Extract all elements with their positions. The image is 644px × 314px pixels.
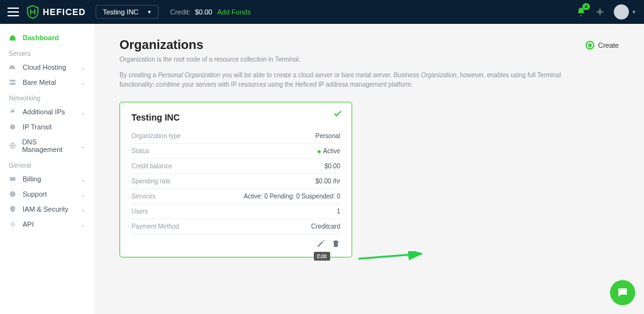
org-selector-label: Testing INC: [103, 8, 138, 16]
row-spending: Spending rate$0.00 /hr: [131, 174, 340, 189]
sidebar-item-additional-ips[interactable]: Additional IPs ⌄: [0, 104, 94, 119]
sidebar-item-label: API: [23, 220, 34, 228]
svg-point-2: [10, 124, 15, 129]
credit-display: Credit: $0.00: [170, 8, 212, 16]
help-icon: [9, 190, 18, 198]
annotation-arrow-icon: [358, 251, 428, 264]
sidebar-section-networking: Networking: [0, 90, 94, 104]
sidebar-item-label: Additional IPs: [23, 108, 65, 116]
brand-text: HEFICED: [43, 7, 86, 17]
create-label: Create: [598, 41, 619, 49]
menu-toggle-icon[interactable]: [8, 8, 19, 16]
chevron-down-icon: ▼: [147, 9, 152, 15]
svg-line-6: [358, 254, 421, 259]
brand-logo[interactable]: HEFICED: [26, 5, 86, 19]
add-funds-link[interactable]: Add Funds: [217, 8, 250, 16]
sidebar-item-billing[interactable]: Billing ⌄: [0, 171, 94, 187]
card-icon: [9, 175, 18, 183]
trash-icon: [331, 239, 340, 248]
sidebar-item-label: IAM & Security: [23, 205, 69, 213]
delete-button[interactable]: [331, 239, 340, 248]
page-title: Organizations: [119, 38, 203, 52]
plus-circle-icon: [586, 41, 594, 50]
main-content: Organizations Create Organization is the…: [94, 24, 644, 314]
sidebar-item-dns[interactable]: DNS Management ⌄: [0, 134, 94, 157]
sidebar-item-bare-metal[interactable]: Bare Metal ⌄: [0, 75, 94, 90]
svg-rect-4: [10, 177, 16, 181]
sidebar-item-label: IP Transit: [23, 123, 52, 131]
row-credit: Credit balance$0.00: [131, 159, 340, 174]
chevron-down-icon: ⌄: [80, 191, 86, 198]
edit-tooltip: Edit: [314, 252, 330, 261]
sidebar-item-support[interactable]: Support ⌄: [0, 187, 94, 202]
sidebar-item-label: Dashboard: [23, 34, 58, 41]
chat-fab[interactable]: [610, 280, 635, 305]
home-icon: [9, 34, 18, 41]
sidebar-item-label: Bare Metal: [23, 78, 56, 86]
edit-button[interactable]: Edit: [316, 239, 325, 248]
sidebar-item-dashboard[interactable]: Dashboard: [0, 30, 94, 45]
server-icon: [9, 78, 18, 86]
sidebar-item-label: Billing: [23, 175, 41, 183]
sidebar-item-label: Cloud Hosting: [23, 63, 66, 71]
transit-icon: [9, 123, 18, 131]
shield-icon: [26, 5, 39, 19]
notification-badge: 4: [582, 3, 590, 10]
sidebar-item-ip-transit[interactable]: IP Transit: [0, 119, 94, 134]
sidebar-item-api[interactable]: API ⌄: [0, 217, 94, 232]
sidebar-section-general: General: [0, 157, 94, 171]
check-icon: [333, 109, 343, 119]
row-services: ServicesActive: 0 Pending: 0 Suspended: …: [131, 189, 340, 204]
sidebar-item-iam[interactable]: IAM & Security ⌄: [0, 202, 94, 217]
sidebar-item-cloud-hosting[interactable]: Cloud Hosting ⌄: [0, 60, 94, 75]
org-name: Testing INC: [131, 112, 340, 122]
status-dot-icon: [318, 150, 321, 153]
sidebar-item-label: DNS Management: [22, 138, 75, 153]
user-menu[interactable]: ▼: [614, 4, 636, 19]
chevron-down-icon: ⌄: [80, 143, 86, 149]
chevron-down-icon: ⌄: [80, 79, 86, 86]
sidebar-section-servers: Servers: [0, 45, 94, 60]
credit-amount: $0.00: [195, 8, 213, 16]
ip-icon: [9, 108, 18, 116]
credit-label: Credit:: [170, 8, 190, 16]
notifications-button[interactable]: 4: [576, 7, 586, 17]
organization-card: Testing INC Organization typePersonal St…: [119, 102, 352, 257]
chevron-down-icon: ⌄: [80, 176, 86, 183]
chevron-down-icon: ⌄: [80, 64, 86, 71]
org-selector[interactable]: Testing INC ▼: [96, 5, 158, 19]
sidebar: Dashboard Servers Cloud Hosting ⌄ Bare M…: [0, 24, 94, 314]
shield-icon: [9, 205, 18, 213]
pencil-icon: [316, 239, 325, 248]
cloud-icon: [9, 63, 18, 71]
row-payment: Payment MethodCreditcard: [131, 219, 340, 234]
chevron-down-icon: ⌄: [80, 206, 86, 213]
chevron-down-icon: ⌄: [80, 109, 86, 116]
chevron-down-icon: ▼: [631, 9, 636, 15]
row-users: Users1: [131, 204, 340, 219]
svg-point-5: [10, 192, 16, 197]
page-subtitle: Organization is the root node of a resou…: [119, 56, 619, 63]
chat-icon: [616, 286, 629, 299]
row-status: StatusActive: [131, 144, 340, 159]
avatar: [614, 4, 629, 19]
create-button[interactable]: Create: [586, 41, 619, 50]
dns-icon: [9, 142, 17, 149]
row-org-type: Organization typePersonal: [131, 129, 340, 144]
api-icon: [9, 220, 18, 228]
chevron-down-icon: ⌄: [80, 221, 86, 228]
slack-icon[interactable]: [595, 7, 605, 17]
sidebar-item-label: Support: [23, 190, 47, 198]
svg-rect-1: [599, 9, 601, 16]
page-description: By creating a Personal Organization you …: [119, 70, 597, 89]
top-bar: HEFICED Testing INC ▼ Credit: $0.00 Add …: [0, 0, 644, 24]
